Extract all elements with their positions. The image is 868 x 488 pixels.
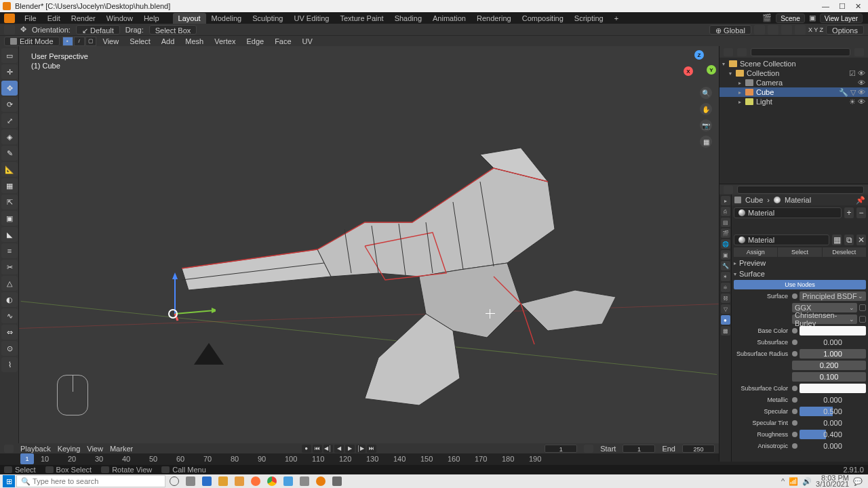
current-frame-field[interactable]: 1 [545, 445, 577, 453]
task-view-icon[interactable] [183, 475, 198, 487]
submenu-edge[interactable]: Edge [242, 37, 268, 45]
material-name-field[interactable]: Material [734, 235, 829, 245]
tray-chevron-icon[interactable]: ^ [781, 477, 785, 485]
timeline-editor-icon[interactable] [4, 445, 14, 453]
prop-tab-texture[interactable]: ▩ [721, 326, 730, 336]
end-frame-field[interactable]: 250 [682, 445, 715, 453]
material-unlink[interactable]: ✕ [856, 235, 866, 245]
prop-tab-mesh[interactable]: ▽ [721, 304, 730, 314]
tab-shading[interactable]: Shading [389, 13, 427, 24]
timeline-ruler[interactable]: 1 10203040506070809010011012013014015016… [0, 453, 719, 464]
zoom-icon[interactable]: 🔍 [700, 87, 712, 99]
prop-tab-modifiers[interactable]: 🔧 [721, 261, 730, 270]
tool-select[interactable]: ▭ [1, 48, 18, 63]
tool-bevel[interactable]: ◣ [1, 227, 18, 242]
submenu-vertex[interactable]: Vertex [210, 37, 239, 45]
taskbar-search[interactable]: 🔍 Type here to search [16, 475, 165, 487]
socket-dot-icon[interactable] [792, 340, 797, 345]
keyframe-next-icon[interactable]: │▶ [356, 445, 366, 453]
tool-transform[interactable]: ◈ [1, 129, 18, 144]
properties-editor-icon[interactable] [724, 186, 733, 194]
socket-dot-icon[interactable] [792, 443, 797, 449]
prop-tab-physics[interactable]: ⚛ [721, 283, 730, 292]
outliner-row-camera[interactable]: ▸ Camera 👁 [719, 78, 868, 87]
taskbar-app-3[interactable] [232, 475, 247, 487]
transform-orientation-dropdown[interactable]: ⊕ Global [709, 25, 751, 35]
menu-help[interactable]: Help [138, 14, 165, 22]
tool-smooth[interactable]: ∿ [1, 308, 18, 323]
properties-search[interactable] [737, 186, 864, 194]
tool-spin[interactable]: ◐ [1, 292, 18, 307]
menu-window[interactable]: Window [101, 14, 138, 22]
mesh-data-icon[interactable]: ▽ [850, 88, 856, 97]
tool-measure[interactable]: 📐 [1, 162, 18, 177]
outliner-editor-icon[interactable] [724, 48, 733, 56]
taskbar-app-4[interactable] [281, 475, 296, 487]
tool-add-cube[interactable]: ▦ [1, 178, 18, 193]
move-gizmo[interactable] [155, 270, 216, 324]
outliner-row-scene-collection[interactable]: ▾ Scene Collection [719, 59, 868, 68]
taskbar-app-1[interactable] [199, 475, 214, 487]
options-dropdown[interactable]: Options [826, 25, 864, 35]
scene-field[interactable]: Scene [776, 14, 804, 23]
tool-annotate[interactable]: ✎ [1, 146, 18, 161]
pivot-icon[interactable] [754, 25, 765, 35]
prop-tab-object[interactable]: ▣ [721, 250, 730, 260]
timeline-cursor[interactable]: 1 [20, 453, 34, 464]
link-icon[interactable] [859, 316, 866, 323]
3d-viewport[interactable]: User Perspective (1) Cube [19, 46, 719, 462]
specular-slider[interactable]: 0.500 [800, 407, 866, 416]
pan-icon[interactable]: ✋ [700, 103, 712, 115]
prop-tab-render[interactable]: ▸ [721, 196, 730, 205]
prop-tab-constraints[interactable]: ⛓ [721, 293, 730, 303]
taskbar-app-6[interactable] [330, 475, 344, 487]
cursor-tool-icon[interactable]: ✥ [20, 25, 26, 34]
eye-icon[interactable]: 👁 [858, 69, 865, 78]
socket-dot-icon[interactable] [792, 328, 797, 333]
tool-extrude[interactable]: ⇱ [1, 195, 18, 209]
material-slot-remove[interactable]: − [856, 207, 866, 218]
eye-icon[interactable]: 👁 [858, 88, 865, 97]
perspective-toggle-icon[interactable]: ▦ [700, 136, 712, 148]
proportional-icon[interactable] [781, 25, 792, 35]
link-icon[interactable] [859, 304, 866, 311]
outliner-filter-icon[interactable] [854, 48, 864, 56]
submenu-select[interactable]: Select [125, 37, 155, 45]
pin-icon[interactable]: 📌 [856, 196, 865, 205]
menu-edit[interactable]: Edit [42, 14, 66, 22]
jump-start-icon[interactable]: ⏮ [313, 445, 322, 453]
tool-knife[interactable]: ✂ [1, 260, 18, 274]
close-button[interactable]: ✕ [855, 2, 861, 11]
eye-icon[interactable]: 👁 [858, 79, 865, 87]
tab-texture-paint[interactable]: Texture Paint [334, 13, 389, 24]
taskbar-app-5[interactable] [297, 475, 312, 487]
tool-rip[interactable]: ⌇ [1, 357, 18, 372]
tool-loop-cut[interactable]: ≡ [1, 243, 18, 258]
material-new[interactable]: ▦ [832, 235, 842, 245]
socket-dot-icon[interactable] [792, 432, 797, 437]
tab-modeling[interactable]: Modeling [206, 13, 248, 24]
restrict-toggle-icon[interactable]: ☑ [849, 69, 856, 78]
tool-scale[interactable]: ⤢ [1, 113, 18, 128]
socket-dot-icon[interactable] [792, 351, 797, 357]
outliner-row-collection[interactable]: ▾ Collection ☑👁 [719, 68, 868, 78]
tool-rotate[interactable]: ⟳ [1, 97, 18, 112]
use-nodes-button[interactable]: Use Nodes [734, 280, 866, 289]
eye-icon[interactable]: 👁 [858, 98, 865, 106]
tool-move[interactable]: ✥ [1, 81, 18, 96]
tab-scripting[interactable]: Scripting [569, 13, 609, 24]
metallic-slider[interactable]: 0.000 [800, 395, 866, 405]
edge-select-mode[interactable]: / [74, 37, 85, 46]
maximize-button[interactable]: ☐ [839, 2, 846, 11]
assign-button[interactable]: Assign [734, 247, 777, 257]
roughness-slider[interactable]: 0.400 [800, 430, 866, 439]
submenu-uv[interactable]: UV [298, 37, 317, 45]
material-copy[interactable]: ⧉ [844, 235, 854, 245]
select-button[interactable]: Select [778, 247, 821, 257]
axis-y-icon[interactable]: Y [707, 65, 716, 75]
vertex-select-mode[interactable]: ▪ [62, 37, 73, 46]
socket-dot-icon[interactable] [792, 420, 797, 426]
cortana-icon[interactable] [167, 475, 182, 487]
play-reverse-icon[interactable]: ◀ [334, 445, 344, 453]
modifier-icon[interactable]: 🔧 [839, 88, 848, 97]
